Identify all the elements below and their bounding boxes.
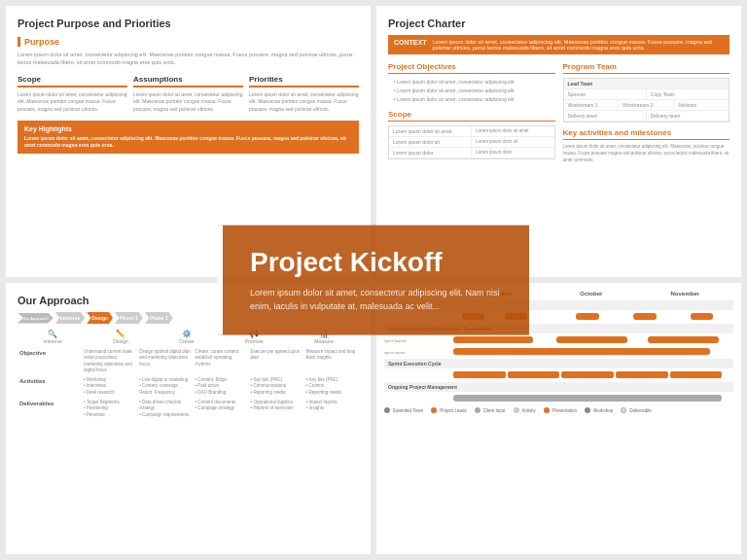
phase-1a: Phase 1 <box>115 312 143 324</box>
context-label: CONTEXT <box>394 39 426 51</box>
scope-assumptions-priorities: Scope Lorem ipsum dolor sit amet, consec… <box>18 75 359 114</box>
legend-dot-pres <box>544 407 550 413</box>
legend-dot-deliv <box>621 407 626 413</box>
context-text: Lorem ipsum dolor sit amet, consectetur … <box>432 39 724 51</box>
context-bar: CONTEXT Lorem ipsum dolor sit amet, cons… <box>388 35 729 54</box>
bar-3 <box>576 313 599 320</box>
assumptions-text: Lorem ipsum dolor sit amet, consectetur … <box>133 91 243 114</box>
scope-item-partner: Lorem ipsum dolor sit amet <box>472 126 553 136</box>
legend-dot-leads <box>431 407 437 413</box>
workstream-2: Workstream 2 <box>619 100 674 110</box>
bar-5 <box>691 313 714 320</box>
workstream-1: Workstream 1 <box>564 100 620 110</box>
purpose-text: Lorem ipsum dolor sit amet, consectetur … <box>18 51 359 67</box>
obj-cell-2: Design optimal digital plan and marketin… <box>138 348 192 374</box>
legend-workshop: Workshop <box>585 407 613 413</box>
sprint-block-4 <box>616 371 668 378</box>
sprint-execution-header: Sprint Execution Cycle <box>384 359 733 368</box>
bar-func-3 <box>648 336 720 343</box>
assumptions-col: Assumptions Lorem ipsum dolor sit amet, … <box>133 75 243 114</box>
sprint-block-3 <box>561 371 614 378</box>
deliverables-row-label: Deliverables <box>18 399 81 419</box>
obj-cell-1: Understand current state, value proposit… <box>83 348 136 374</box>
objectives-col: Project Objectives Lorem ipsum dolor sit… <box>388 62 555 163</box>
obj-cell-4: Execute per agreed upon plan <box>250 348 303 374</box>
gantt-bars-exec <box>447 371 733 379</box>
gantt-label-functional: sprint launch <box>384 338 447 343</box>
immerse-label: Immerse <box>43 338 61 344</box>
act-cell-3: • Content, Blogs• Paid activs.• DAO Bran… <box>194 376 247 397</box>
legend-client-input: Client Input <box>475 407 506 413</box>
bar-4 <box>633 313 657 320</box>
objectives-title: Project Objectives <box>388 62 555 74</box>
team-row-delivery: Delivery team Delivery team <box>564 111 729 122</box>
legend-label-leads: Project Leads <box>440 408 467 413</box>
sprint-block-1 <box>453 371 506 378</box>
team-row-workstreams: Workstream 1 Workstream 2 Advisors <box>564 100 729 111</box>
bar-func-2 <box>556 336 628 343</box>
team-table: Lead Team Sponsor Copy Team Workstream 1… <box>563 78 730 122</box>
legend-dot-extended <box>384 407 390 413</box>
legend-label-workshop: Workshop <box>593 408 613 413</box>
key-highlights-label: Key Highlights <box>24 125 72 132</box>
gantt-row-sprint: sprint report <box>384 347 733 357</box>
design-icon-box: ✏️ Design <box>113 330 128 344</box>
del-cell-1: • Target Segments• Positioning• Personas <box>83 399 136 419</box>
legend: Extended Team Project Leads Client Input… <box>384 407 733 413</box>
scope-table: Lorem ipsum dolor sit amet Lorem ipsum d… <box>388 125 555 159</box>
team-header-row: Lead Team <box>564 79 729 89</box>
design-icon: ✏️ <box>116 330 125 338</box>
measure-label: Measure <box>314 338 333 344</box>
legend-deliverable: Deliverable <box>621 407 652 413</box>
bar-sprint-1 <box>453 348 711 355</box>
legend-label-activity: Activity <box>522 408 536 413</box>
gantt-bars-pm <box>447 395 733 402</box>
legend-extended-team: Extended Team <box>384 407 423 413</box>
key-highlights-bar: Key Highlights Lorem ipsum dolor sit ame… <box>18 121 359 154</box>
october-label: October <box>580 291 602 297</box>
legend-dot-workshop <box>585 407 590 413</box>
scope-text: Lorem ipsum dolor sit amet, consectetur … <box>18 91 127 114</box>
priorities-text: Lorem ipsum dolor sit amet, consectetur … <box>249 91 359 114</box>
obj-1: Lorem ipsum dolor sit amet, consectetur … <box>388 78 555 87</box>
purpose-label: Purpose <box>18 37 359 47</box>
key-highlights-text: Lorem ipsum dolor sit amet, consectetur … <box>24 135 352 149</box>
del-cell-5: • Impact reports• Insights <box>305 399 359 419</box>
approach-grid: Objective Understand current state, valu… <box>18 348 359 419</box>
objective-row-label: Objective <box>18 348 81 374</box>
sprint-block-5 <box>670 371 723 378</box>
scope-item-3: Lorem ipsum dolor <box>389 148 472 158</box>
act-cell-1: • Workshop• Interviews• Desk research <box>83 376 136 397</box>
obj-3: Lorem ipsum dolor sit amet, consectetur … <box>388 95 555 104</box>
scope-header: Scope <box>18 75 127 88</box>
phase-design: Design <box>87 312 113 324</box>
kickoff-subtitle: Lorem ipsum dolor sit amet, consectetur … <box>250 286 502 314</box>
legend-presentation: Presentation <box>544 407 577 413</box>
design-label: Design <box>113 338 128 344</box>
del-cell-2: • Data driven channel strategy• Campaign… <box>138 399 192 419</box>
legend-label-deliv: Deliverable <box>629 408 652 413</box>
legend-label-pres: Presentation <box>552 408 577 413</box>
key-activities-text: Lorem ipsum dolor sit amet, consectetur … <box>563 144 730 163</box>
gantt-label-sprint: sprint report <box>384 350 447 355</box>
obj-cell-3: Create, curate content, establish operat… <box>194 348 247 374</box>
sponsor: Sponsor <box>564 89 647 99</box>
legend-dot-activity <box>514 407 519 413</box>
assumptions-header: Assumptions <box>133 75 243 88</box>
delivery-1: Delivery team <box>564 111 647 121</box>
immerse-icon: 🔍 <box>48 330 57 338</box>
create-icon: ⚙️ <box>182 330 192 338</box>
kickoff-title: Project Kickoff <box>250 247 502 278</box>
scope-item-2: Lorem ipsum dolor sit <box>389 137 472 147</box>
legend-label-client: Client Input <box>483 408 506 413</box>
create-icon-box: ⚙️ Create <box>179 330 194 344</box>
bar-pm <box>453 395 722 402</box>
obj-2: Lorem ipsum dolor sit amet, consectetur … <box>388 87 555 95</box>
copy-team: Copy Team <box>647 89 729 99</box>
team-col: Program Team Lead Team Sponsor Copy Team… <box>563 62 730 163</box>
table-row: Lorem ipsum dolor Lorem ipsum dolor <box>389 148 554 158</box>
act-cell-5: • Key bits (PNC)• Comms• Reporting needs <box>305 376 359 397</box>
table-row: Lorem ipsum dolor sit amet Lorem ipsum d… <box>389 126 554 137</box>
q2-title: Project Charter <box>388 18 729 29</box>
q1-title: Project Purpose and Priorities <box>18 18 359 29</box>
